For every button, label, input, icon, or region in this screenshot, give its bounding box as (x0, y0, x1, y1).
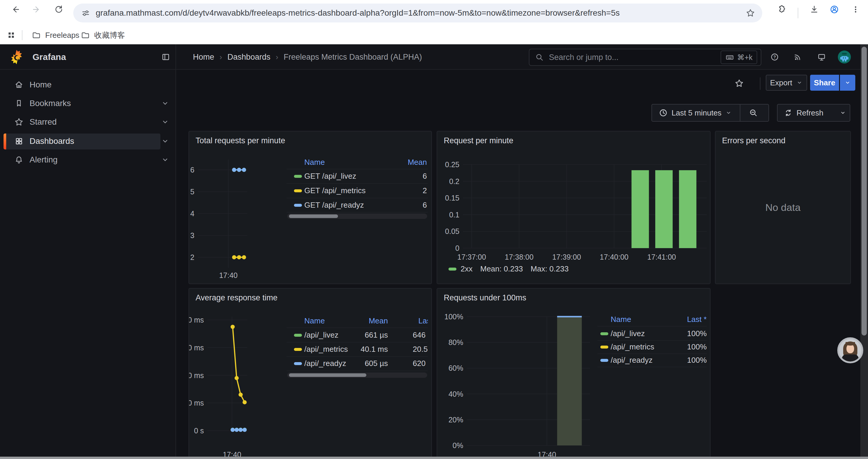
svg-text:60%: 60% (448, 364, 463, 372)
time-range-picker[interactable]: Last 5 minutes (651, 104, 769, 122)
svg-text:5: 5 (190, 188, 194, 196)
export-button[interactable]: Export (766, 75, 807, 91)
legend-value-mean: 605 µs (286, 359, 388, 368)
legend-value-last: 100% (597, 329, 707, 338)
legend-scrollbar[interactable] (287, 214, 427, 219)
legend-row-separator (286, 212, 428, 212)
refresh-button[interactable]: Refresh (777, 104, 850, 122)
help-button[interactable]: ? (768, 51, 781, 64)
chevron-down-icon[interactable] (160, 136, 170, 146)
toolbar-divider (798, 8, 798, 18)
sidebar-item-home[interactable]: Home (0, 76, 176, 93)
page-scrollbar-thumb[interactable] (862, 47, 867, 335)
legend-series-label[interactable]: 2xx (461, 264, 472, 273)
breadcrumb: Home › Dashboards › Freeleaps Metrics Da… (193, 44, 422, 70)
svg-text:40%: 40% (448, 390, 463, 398)
downloads-button[interactable] (807, 2, 821, 17)
extensions-button[interactable] (774, 2, 788, 17)
zoom-out-icon[interactable] (749, 108, 758, 118)
profile-button[interactable] (827, 2, 841, 17)
apps-grid-button[interactable] (5, 29, 18, 42)
legend-value-mean: 2 (286, 186, 427, 195)
browser-menu-button[interactable] (848, 2, 863, 17)
bar-chart[interactable]: 0.250.20.150.10.05017:37:0017:38:0017:39… (437, 131, 711, 285)
actions-divider (760, 77, 761, 90)
url-text[interactable]: grafana.mathmast.com/d/deytv4rwavabkb/fr… (96, 8, 746, 18)
svg-text:17:40:00: 17:40:00 (600, 253, 628, 261)
news-button[interactable] (791, 51, 804, 64)
apps-grid-icon (6, 30, 16, 40)
chevron-down-icon[interactable] (160, 99, 170, 108)
search-input[interactable]: Search or jump to... ⌘+k (529, 49, 761, 66)
legend-row-separator (597, 340, 707, 340)
sidebar-item-dashboards[interactable]: Dashboards (0, 133, 176, 150)
share-button[interactable]: Share (810, 75, 839, 91)
user-avatar[interactable] (838, 51, 851, 64)
legend-row-separator (286, 184, 428, 184)
legend-row-separator (597, 354, 707, 354)
svg-text:3: 3 (190, 231, 194, 239)
svg-text:0: 0 (455, 244, 459, 252)
chevron-down-icon[interactable] (160, 117, 170, 127)
grafana-logo[interactable] (9, 49, 24, 65)
legend-header-mean[interactable]: Mean (286, 316, 388, 326)
brand-label: Grafana (32, 52, 66, 62)
nav-brand-section: Grafana (0, 44, 176, 70)
svg-text:20%: 20% (448, 416, 463, 424)
svg-text:80 ms: 80 ms (189, 316, 204, 324)
sidebar-item-bookmarks[interactable]: Bookmarks (0, 95, 176, 112)
search-icon (535, 53, 544, 62)
legend-value-last: 20.5 ms (413, 345, 428, 354)
svg-text:20 ms: 20 ms (189, 399, 204, 407)
monitor-icon (817, 52, 826, 62)
bookmark-star-icon[interactable] (746, 8, 755, 18)
chevron-down-icon[interactable] (839, 109, 846, 117)
legend-header-last[interactable]: Last * (418, 316, 428, 326)
back-button[interactable] (8, 2, 23, 17)
sidebar-toggle-icon[interactable] (161, 52, 170, 62)
bookmark-icon (14, 99, 24, 108)
help-icon: ? (770, 52, 779, 62)
breadcrumb-separator: › (276, 53, 278, 62)
legend-value-mean: 661 µs (286, 330, 388, 340)
legend-table: NameMeanGET /api/_livez6GET /api/_metric… (286, 131, 428, 223)
forward-button[interactable] (30, 2, 44, 17)
url-bar[interactable]: grafana.mathmast.com/d/deytv4rwavabkb/fr… (73, 4, 762, 23)
svg-text:4: 4 (190, 209, 194, 218)
legend-row-separator (286, 342, 428, 342)
svg-text:0.1: 0.1 (449, 210, 459, 219)
avatar-body (842, 355, 859, 362)
chevron-down-icon[interactable] (160, 155, 170, 165)
share-dropdown-button[interactable] (840, 75, 855, 91)
reload-button[interactable] (52, 2, 66, 17)
assistant-avatar-widget[interactable] (837, 337, 863, 363)
legend-value-last: 100% (597, 356, 707, 365)
breadcrumb-separator: › (219, 53, 222, 62)
folder-icon (81, 30, 90, 40)
breadcrumb-current: Freeleaps Metrics Dashboard (ALPHA) (284, 53, 422, 62)
legend-scrollbar[interactable] (287, 372, 427, 378)
legend-mean: Mean: 0.233 (480, 264, 523, 273)
sidebar-item-alerting[interactable]: Alerting (0, 152, 176, 168)
star-dashboard-button[interactable] (732, 76, 746, 90)
kiosk-mode-button[interactable] (815, 51, 828, 64)
sidebar-item-starred[interactable]: Starred (0, 114, 176, 130)
legend-header-last[interactable]: Last * (597, 315, 707, 324)
avatar-fringe (845, 342, 855, 346)
legend-scrollbar-thumb[interactable] (289, 373, 366, 377)
site-settings-icon[interactable] (81, 8, 90, 18)
legend-scrollbar-thumb[interactable] (289, 215, 338, 218)
bookmark-folder-label: 收藏博客 (94, 30, 125, 40)
clock-icon (658, 108, 668, 118)
svg-text:0%: 0% (453, 441, 463, 450)
legend-row-separator (286, 198, 428, 198)
chart-legend: 2xx Mean: 0.233 Max: 0.233 (448, 264, 569, 273)
breadcrumb-dashboards[interactable]: Dashboards (227, 53, 271, 62)
home-icon (14, 80, 24, 90)
refresh-label: Refresh (797, 108, 824, 118)
bookmark-folder-freeleaps[interactable]: Freeleaps (32, 26, 80, 44)
breadcrumb-home[interactable]: Home (193, 53, 214, 62)
bookmark-folder-blogs[interactable]: 收藏博客 (81, 26, 125, 44)
window-bottom-edge (0, 457, 868, 459)
legend-header-mean[interactable]: Mean (286, 158, 427, 167)
